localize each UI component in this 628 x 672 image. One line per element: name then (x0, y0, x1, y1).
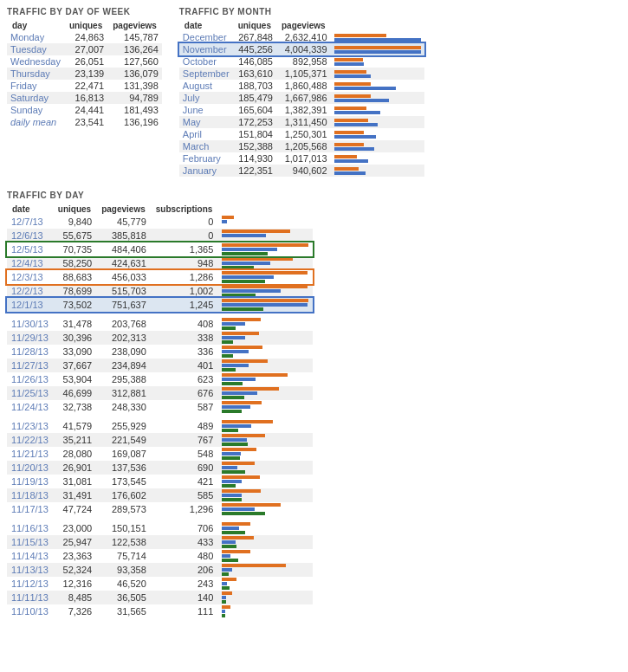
day-pageviews-bar (222, 596, 226, 599)
day-uniques-bar (222, 271, 308, 275)
day-uniques-bar (222, 373, 288, 377)
day-pageviews: 751,637 (96, 298, 151, 312)
month-pageviews: 2,632,410 (276, 31, 331, 43)
day-uniques-bar (222, 591, 232, 595)
day-pageviews-bar (222, 391, 257, 395)
day-subs: 336 (151, 345, 218, 359)
pageviews-bar (334, 87, 396, 90)
month-uniques: 163,610 (233, 68, 276, 80)
top-row: TRAFFIC BY DAY OF WEEK day uniques pagev… (7, 7, 621, 177)
day-header-bars (217, 204, 313, 215)
day-pageviews-bar (222, 438, 247, 442)
day-pageviews-bar (222, 610, 225, 613)
day-subs: 948 (151, 256, 218, 270)
day-uniques-bar (222, 401, 262, 404)
day-pageviews-bar (222, 494, 242, 497)
day-subs-bar (222, 382, 243, 385)
day-row: 11/18/13 31,491 176,602 585 (7, 488, 313, 502)
month-row: December 267,848 2,632,410 (179, 31, 424, 43)
dow-day: Tuesday (7, 43, 64, 55)
dow-table: day uniques pageviews Monday 24,863 145,… (7, 20, 162, 128)
day-date: 12/5/13 (7, 242, 53, 256)
month-pageviews: 1,667,986 (276, 92, 331, 104)
day-pageviews: 31,565 (96, 604, 151, 618)
day-bars (217, 591, 313, 604)
day-subs-bar (222, 545, 236, 548)
day-bars (217, 604, 313, 618)
month-row: August 188,703 1,860,488 (179, 80, 424, 92)
month-date: June (179, 104, 233, 116)
day-pageviews-bar (222, 220, 227, 223)
dow-row: Thursday 23,139 136,079 (7, 68, 162, 80)
day-subs: 111 (151, 604, 218, 618)
month-uniques: 185,479 (233, 92, 276, 104)
dow-day: Monday (7, 31, 64, 43)
day-uniques-bar (222, 318, 261, 321)
day-subs-bar (222, 340, 233, 344)
day-bars (217, 563, 313, 577)
month-uniques: 445,256 (233, 43, 276, 55)
day-uniques: 88,683 (53, 270, 96, 284)
day-pageviews: 248,330 (96, 400, 151, 414)
dow-day: Thursday (7, 68, 64, 80)
day-uniques: 37,667 (53, 359, 96, 372)
month-uniques: 114,930 (233, 152, 276, 165)
month-uniques: 172,253 (233, 116, 276, 128)
uniques-bar (334, 131, 364, 134)
dow-pageviews: 136,079 (107, 68, 162, 80)
day-uniques-bar (222, 475, 260, 479)
day-subs-bar (222, 456, 240, 460)
day-bars (217, 535, 313, 549)
day-uniques-bar (222, 489, 261, 493)
day-date: 11/24/13 (7, 400, 53, 414)
day-subs-bar (222, 614, 225, 617)
month-pageviews: 1,105,371 (276, 68, 331, 80)
day-pageviews: 176,602 (96, 488, 151, 502)
uniques-bar (334, 94, 371, 98)
day-subs-bar (222, 252, 268, 255)
dow-day: Friday (7, 80, 64, 92)
day-date: 11/17/13 (7, 502, 53, 516)
pageviews-bar (334, 147, 374, 151)
traffic-by-month: TRAFFIC BY MONTH date uniques pageviews … (179, 7, 424, 177)
month-header-date: date (179, 20, 233, 31)
day-bars (217, 270, 313, 284)
day-uniques: 55,675 (53, 229, 96, 242)
uniques-bar (334, 107, 366, 110)
month-header-uniques: uniques (233, 20, 276, 31)
day-pageviews: 312,881 (96, 386, 151, 400)
day-row: 12/4/13 58,250 424,631 948 (7, 256, 313, 270)
day-pageviews-bar (222, 568, 232, 572)
pageviews-bar (334, 38, 421, 42)
day-row: 11/26/13 53,904 295,388 623 (7, 372, 313, 386)
day-date: 11/13/13 (7, 563, 53, 577)
day-pageviews-bar (222, 452, 241, 456)
day-row: 12/7/13 9,840 45,779 0 (7, 215, 313, 229)
day-date: 12/2/13 (7, 284, 53, 298)
day-subs-bar (222, 410, 242, 413)
day-subs-bar (222, 586, 230, 590)
day-uniques: 33,090 (53, 345, 96, 359)
day-pageviews-bar (222, 480, 242, 483)
day-pageviews: 46,520 (96, 577, 151, 591)
pageviews-bar (334, 159, 368, 163)
dow-uniques: 16,813 (64, 92, 107, 104)
month-row: March 152,388 1,205,568 (179, 140, 424, 152)
day-bars (217, 256, 313, 270)
day-row: 11/30/13 31,478 203,768 408 (7, 317, 313, 331)
dow-uniques: 23,139 (64, 68, 107, 80)
month-row: April 151,804 1,250,301 (179, 128, 424, 140)
day-row: 11/25/13 46,699 312,881 676 (7, 386, 313, 400)
month-date: August (179, 80, 233, 92)
month-bars (331, 80, 424, 92)
day-row: 11/20/13 26,901 137,536 690 (7, 461, 313, 475)
month-bars (331, 128, 424, 140)
day-uniques-bar (222, 462, 255, 465)
main-container: TRAFFIC BY DAY OF WEEK day uniques pagev… (0, 0, 628, 625)
day-uniques: 47,724 (53, 502, 96, 516)
day-uniques-bar (222, 605, 230, 609)
day-detail-table: date uniques pageviews subscriptions 12/… (7, 204, 313, 618)
month-bars (331, 55, 424, 68)
day-date: 12/1/13 (7, 298, 53, 312)
day-subs: 690 (151, 461, 218, 475)
